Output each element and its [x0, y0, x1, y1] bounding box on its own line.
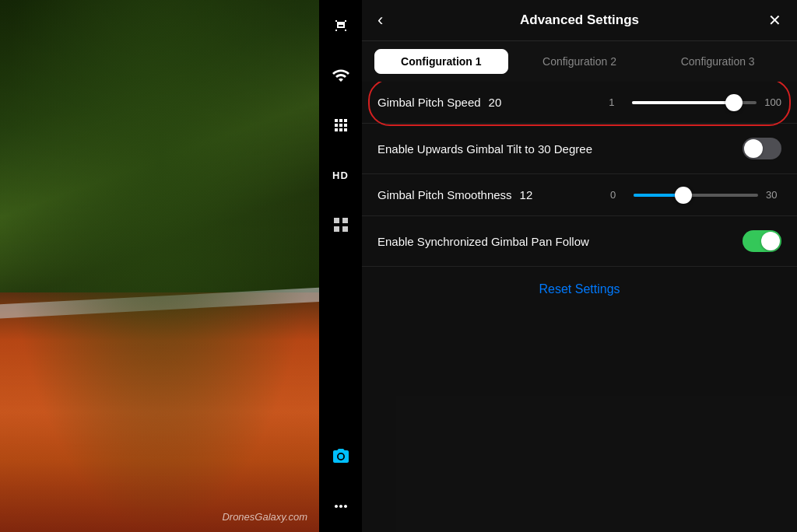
hd-label[interactable]: HD [327, 161, 355, 189]
auto-icon[interactable] [327, 211, 355, 239]
gimbal-pitch-speed-track[interactable] [632, 101, 757, 104]
enable-upwards-gimbal-knob [744, 139, 763, 158]
panel-header: ‹ Advanced Settings ✕ [362, 0, 797, 41]
signal-icon[interactable] [327, 61, 355, 89]
camera-overlay [0, 0, 319, 532]
gimbal-pitch-speed-fill [632, 101, 734, 104]
enable-sync-gimbal-row: Enable Synchronized Gimbal Pan Follow [362, 216, 797, 267]
gimbal-pitch-speed-min: 1 [609, 96, 624, 108]
enable-upwards-gimbal-toggle[interactable] [743, 138, 781, 159]
reset-settings-button[interactable]: Reset Settings [539, 282, 620, 296]
camera-settings-icon[interactable] [327, 111, 355, 139]
enable-upwards-gimbal-label: Enable Upwards Gimbal Tilt to 30 Degree [377, 142, 592, 156]
enable-sync-gimbal-toggle[interactable] [743, 230, 781, 252]
more-icon[interactable] [327, 492, 355, 520]
gimbal-pitch-speed-max: 100 [764, 96, 781, 108]
sidebar: HD [319, 0, 362, 532]
drone-icon[interactable] [327, 12, 355, 40]
gimbal-pitch-smoothness-track[interactable] [634, 194, 758, 197]
gimbal-pitch-speed-label-group: Gimbal Pitch Speed 20 [377, 96, 501, 109]
camera-icon[interactable] [327, 443, 355, 471]
tabs-row: Configuration 1 Configuration 2 Configur… [362, 41, 797, 82]
tab-config1[interactable]: Configuration 1 [374, 49, 508, 74]
tab-config2[interactable]: Configuration 2 [513, 49, 647, 74]
camera-view: DronesGalaxy.com [0, 0, 319, 532]
watermark-text: DronesGalaxy.com [222, 511, 307, 523]
gimbal-pitch-speed-value: 20 [489, 96, 502, 109]
gimbal-pitch-smoothness-label: Gimbal Pitch Smoothness [377, 188, 512, 201]
gimbal-pitch-smoothness-max: 30 [766, 189, 781, 201]
gimbal-pitch-smoothness-label-group: Gimbal Pitch Smoothness 12 [377, 188, 532, 201]
gimbal-pitch-speed-row: Gimbal Pitch Speed 20 1 100 [362, 82, 797, 124]
gimbal-pitch-smoothness-min: 0 [610, 189, 626, 201]
reset-row: Reset Settings [362, 267, 797, 312]
panel-title: Advanced Settings [520, 12, 639, 28]
gimbal-pitch-smoothness-row: Gimbal Pitch Smoothness 12 0 30 [362, 174, 797, 216]
gimbal-pitch-speed-thumb[interactable] [725, 94, 743, 111]
gimbal-pitch-smoothness-thumb[interactable] [675, 187, 692, 204]
enable-sync-gimbal-knob [761, 232, 780, 250]
gimbal-pitch-speed-slider-container: 1 100 [609, 96, 781, 108]
gimbal-pitch-speed-label: Gimbal Pitch Speed [377, 96, 481, 109]
gimbal-pitch-smoothness-slider-container: 0 30 [610, 189, 781, 201]
settings-panel: ‹ Advanced Settings ✕ Configuration 1 Co… [362, 0, 797, 532]
settings-content: Gimbal Pitch Speed 20 1 100 Enable Upwar… [362, 82, 797, 532]
enable-sync-gimbal-label: Enable Synchronized Gimbal Pan Follow [377, 235, 589, 248]
enable-upwards-gimbal-row: Enable Upwards Gimbal Tilt to 30 Degree [362, 124, 797, 174]
gimbal-pitch-smoothness-value: 12 [520, 188, 533, 201]
tab-config3[interactable]: Configuration 3 [651, 49, 785, 74]
back-button[interactable]: ‹ [377, 10, 383, 30]
close-button[interactable]: ✕ [768, 11, 781, 30]
